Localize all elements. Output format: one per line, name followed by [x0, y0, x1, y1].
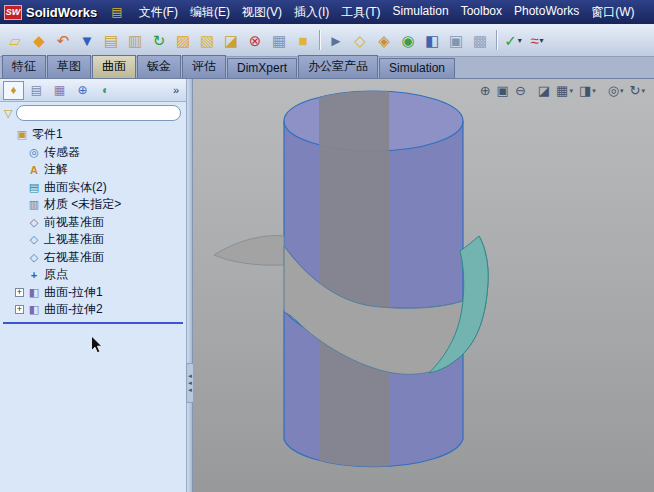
sheet-button[interactable]: ▦	[268, 28, 290, 52]
display-style-button[interactable]: ◨▾	[576, 83, 599, 98]
sensors-icon: ◎	[27, 146, 41, 159]
tree-item-front-plane-label: 前视基准面	[44, 214, 104, 231]
rebuild-button[interactable]: ↻	[148, 28, 170, 52]
measure-button[interactable]: ◉	[397, 28, 419, 52]
panel-overflow-button[interactable]: »	[173, 84, 179, 96]
tree-item-material[interactable]: ▥材质 <未指定>	[0, 196, 186, 214]
view-settings-icon: ▣	[449, 33, 463, 48]
zoom-in-out-button[interactable]: ⊖	[512, 83, 529, 98]
zoom-area-button[interactable]: ▣	[494, 83, 512, 98]
tree-item-part-label: 零件1	[32, 126, 63, 143]
panel-splitter[interactable]: ◄ ◄ ◄	[186, 79, 193, 492]
tree-item-origin[interactable]: +原点	[0, 266, 186, 284]
feature-tree: ▣零件1◎传感器A注解▤曲面实体(2)▥材质 <未指定>◇前视基准面◇上视基准面…	[0, 124, 186, 319]
tools-icon: ▩	[473, 33, 487, 48]
tab-features[interactable]: 特征	[2, 55, 46, 78]
displaymanager-tab[interactable]: ◐	[95, 81, 116, 100]
featuremanager-tab[interactable]: ♦	[3, 81, 24, 100]
propertymanager-tab[interactable]: ▤	[26, 81, 47, 100]
view-settings-button[interactable]: ▣	[445, 28, 467, 52]
sketch-icon: ◇	[354, 33, 366, 48]
open-folder-button[interactable]: ▨	[172, 28, 194, 52]
delete-button[interactable]: ⊗	[244, 28, 266, 52]
dropdown-caret-icon: ▾	[620, 87, 624, 95]
main-toolbar: ▱◆↶▼▤▥↻▨▧◪⊗▦■►◇◈◉◧▣▩✓▾≈▾	[0, 24, 654, 57]
save-button[interactable]: ▼	[76, 28, 98, 52]
hide-show-items-button[interactable]: ◎▾	[605, 83, 627, 98]
print-preview-button[interactable]: ▥	[124, 28, 146, 52]
mouse-cursor-icon	[90, 335, 104, 355]
origin-icon: +	[27, 269, 41, 281]
tree-item-surface-extrude1[interactable]: +◧曲面-拉伸1	[0, 284, 186, 302]
tab-simulation[interactable]: Simulation	[379, 58, 455, 78]
tools-button[interactable]: ▩	[469, 28, 491, 52]
section-button[interactable]: ◧	[421, 28, 443, 52]
dropdown-caret-icon: ▾	[641, 87, 645, 95]
configurationmanager-tab[interactable]: ▦	[49, 81, 70, 100]
sketch-button[interactable]: ◇	[349, 28, 371, 52]
tree-item-origin-label: 原点	[44, 266, 68, 283]
print-icon: ▤	[104, 33, 118, 48]
tree-item-front-plane[interactable]: ◇前视基准面	[0, 214, 186, 232]
model-canvas[interactable]	[193, 79, 654, 492]
menu-toolbox[interactable]: Toolbox	[455, 2, 508, 23]
menu-tools[interactable]: 工具(T)	[335, 2, 386, 23]
surface-left-wing[interactable]	[214, 236, 284, 266]
zoom-area-icon: ▣	[497, 84, 509, 97]
new-document-button[interactable]: ▱	[4, 28, 26, 52]
tree-item-right-plane[interactable]: ◇右视基准面	[0, 249, 186, 267]
menu-photoworks[interactable]: PhotoWorks	[508, 2, 585, 23]
section-view-button[interactable]: ◪	[535, 83, 553, 98]
appearance-button[interactable]: ↻▾	[627, 83, 648, 98]
make-assembly-icon: ◪	[224, 33, 238, 48]
graphics-viewport[interactable]: ⊕▣⊖◪▦▾◨▾◎▾↻▾	[193, 79, 654, 492]
tab-evaluate[interactable]: 评估	[182, 55, 226, 78]
tab-sketch[interactable]: 草图	[47, 55, 91, 78]
tree-filter-input[interactable]	[16, 105, 181, 121]
spline-button[interactable]: ≈▾	[526, 28, 548, 52]
tab-dimxpert[interactable]: DimXpert	[227, 58, 297, 78]
main-area: ♦▤▦⊕◐ » ▽ ▣零件1◎传感器A注解▤曲面实体(2)▥材质 <未指定>◇前…	[0, 79, 654, 492]
menu-edit[interactable]: 编辑(E)	[184, 2, 236, 23]
tree-item-sensors[interactable]: ◎传感器	[0, 144, 186, 162]
undo-button[interactable]: ↶	[52, 28, 74, 52]
tab-surfaces[interactable]: 曲面	[92, 55, 136, 78]
print-preview-icon: ▥	[128, 33, 142, 48]
menu-view[interactable]: 视图(V)	[236, 2, 288, 23]
open-document-button[interactable]: ◆	[28, 28, 50, 52]
menu-simulation[interactable]: Simulation	[387, 2, 455, 23]
menu-insert[interactable]: 插入(I)	[288, 2, 335, 23]
make-assembly-button[interactable]: ◪	[220, 28, 242, 52]
tab-sheet-metal[interactable]: 钣金	[137, 55, 181, 78]
tree-item-material-label: 材质 <未指定>	[44, 196, 121, 213]
make-drawing-button[interactable]: ▧	[196, 28, 218, 52]
tab-office-products[interactable]: 办公室产品	[298, 55, 378, 78]
menu-window[interactable]: 窗口(W)	[585, 2, 640, 23]
expander-icon[interactable]: +	[15, 288, 24, 297]
view-orientation-icon: ▦	[556, 84, 568, 97]
zoom-fit-button[interactable]: ⊕	[477, 83, 494, 98]
expander-icon[interactable]: +	[15, 305, 24, 314]
tree-item-part[interactable]: ▣零件1	[0, 126, 186, 144]
tree-item-surface-bodies-label: 曲面实体(2)	[44, 179, 107, 196]
part-icon: ▣	[15, 128, 29, 141]
view-orientation-button[interactable]: ▦▾	[553, 83, 576, 98]
tree-item-surface-extrude2[interactable]: +◧曲面-拉伸2	[0, 301, 186, 319]
plane-icon: ◇	[27, 216, 41, 229]
appearance-icon: ↻	[630, 84, 641, 97]
tree-item-annotations[interactable]: A注解	[0, 161, 186, 179]
undo-icon: ↶	[57, 33, 70, 48]
dropdown-caret-icon: ▾	[540, 36, 544, 45]
print-button[interactable]: ▤	[100, 28, 122, 52]
select-filter-button[interactable]: ✓▾	[502, 28, 524, 52]
menu-file[interactable]: 文件(F)	[133, 2, 184, 23]
tree-item-surface-bodies[interactable]: ▤曲面实体(2)	[0, 179, 186, 197]
dimension-button[interactable]: ◈	[373, 28, 395, 52]
tree-item-surface-extrude1-label: 曲面-拉伸1	[44, 284, 103, 301]
solidworks-window: SW SolidWorks ▤ 文件(F)编辑(E)视图(V)插入(I)工具(T…	[0, 0, 654, 492]
toolbar-separator	[496, 30, 497, 50]
tree-item-top-plane[interactable]: ◇上视基准面	[0, 231, 186, 249]
box-button[interactable]: ■	[292, 28, 314, 52]
dimxpertmanager-tab[interactable]: ⊕	[72, 81, 93, 100]
select-button[interactable]: ►	[325, 28, 347, 52]
